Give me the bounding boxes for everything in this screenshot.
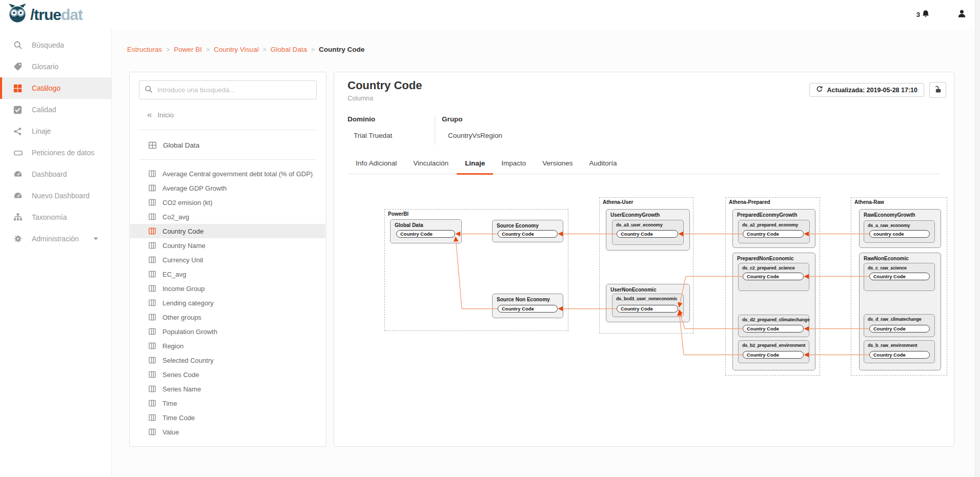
sidebar-item-taxonomia[interactable]: Taxonomía [0, 206, 111, 228]
field-list: Average Central government debt total (%… [130, 167, 325, 439]
sidebar-item-linaje[interactable]: Linaje [0, 120, 111, 142]
notifications-button[interactable]: 3 [916, 9, 930, 20]
owl-logo-icon [7, 3, 28, 27]
user-icon [957, 9, 967, 20]
sidebar-item-calidad[interactable]: Calidad [0, 99, 111, 120]
breadcrumb-link[interactable]: Estructuras [127, 46, 162, 53]
list-item-label: EC_avg [162, 271, 186, 278]
breadcrumb-separator: > [166, 46, 170, 53]
list-item[interactable]: Co2_avg [130, 210, 325, 224]
list-item[interactable]: Country Code [130, 224, 325, 238]
lineage-field-pill-bcd3-user-noneconomic[interactable]: Country Code [617, 305, 678, 313]
parent-structure-item[interactable]: Global Data [148, 135, 199, 155]
column-icon [148, 428, 156, 436]
list-item[interactable]: Selected Country [130, 353, 325, 367]
list-item[interactable]: Time Code [130, 410, 325, 425]
sidebar-item-label: Nuevo Dashboard [32, 192, 90, 200]
lineage-field-pill-b-raw-environment[interactable]: Country Code [869, 351, 930, 359]
sidebar-item-label: Taxonomía [32, 213, 67, 221]
list-item-label: Average GDP Growth [162, 184, 227, 192]
truedat-logo[interactable]: /truedat [7, 3, 83, 27]
list-item[interactable]: Country Name [130, 238, 325, 253]
list-item[interactable]: CO2 emision (kt) [130, 195, 325, 210]
sidebar-item-catalogo[interactable]: Catálogo [0, 77, 111, 99]
sidebar-item-administracion[interactable]: Administración [0, 228, 111, 250]
sidebar-item-nuevo-dashboard[interactable]: Nuevo Dashboard [0, 185, 111, 206]
gauge-icon [13, 191, 24, 201]
search-icon [13, 40, 24, 50]
table-icon [148, 141, 157, 150]
scrollbar[interactable] [975, 0, 980, 477]
breadcrumb-link[interactable]: Country Visual [214, 46, 259, 53]
list-item-label: Country Name [162, 242, 206, 250]
list-item-label: Value [162, 428, 179, 436]
check-icon [13, 105, 24, 115]
list-item-label: Population Growth [162, 328, 217, 336]
structure-search-input[interactable] [157, 86, 311, 94]
list-item[interactable]: Other groups [130, 310, 325, 324]
list-item[interactable]: Average GDP Growth [130, 181, 325, 195]
column-icon [148, 327, 156, 336]
structure-browser-panel: « Inicio Global Data Average Central gov… [129, 72, 326, 447]
sidebar-item-glosario[interactable]: Glosario [0, 56, 111, 77]
sidebar-item-busqueda[interactable]: Búsqueda [0, 34, 111, 56]
column-icon [148, 270, 156, 278]
column-icon [148, 284, 156, 293]
breadcrumb-separator: > [311, 46, 315, 53]
column-icon [148, 342, 156, 350]
list-item[interactable]: Region [130, 339, 325, 353]
column-icon [148, 256, 156, 264]
list-item[interactable]: Average Central government debt total (%… [130, 167, 325, 181]
list-item[interactable]: Series Name [130, 382, 325, 396]
breadcrumb-link[interactable]: Global Data [271, 46, 307, 53]
lineage-field-pill-c-raw-science[interactable]: Country Code [869, 273, 930, 280]
server-icon [13, 148, 24, 158]
lineage-field-pill-a-raw-economy[interactable]: country code [869, 230, 930, 238]
sidebar-item-label: Catálogo [32, 84, 60, 92]
gauge-icon [13, 169, 24, 179]
list-item[interactable]: Value [130, 425, 325, 439]
lineage-field-pill-d-raw-climatechange[interactable]: Country Code [869, 325, 930, 333]
column-icon [148, 413, 156, 422]
list-item-label: Region [162, 342, 183, 350]
main-content: Estructuras>Power BI>Country Visual>Glob… [112, 29, 980, 477]
list-item-label: CO2 emision (kt) [162, 199, 213, 206]
column-icon [148, 356, 156, 364]
lineage-field-pill-d2-prepared-climatechange[interactable]: Country Code [743, 325, 804, 333]
lineage-field-pill-c2-prepared-science[interactable]: Country Code [743, 273, 804, 280]
list-item[interactable]: Time [130, 396, 325, 410]
breadcrumb-separator: > [263, 46, 267, 53]
back-label: Inicio [157, 111, 174, 119]
list-item[interactable]: Income Group [130, 281, 325, 296]
lineage-field-pill-a3-user-economy[interactable]: Country Code [617, 230, 678, 238]
column-icon [148, 241, 156, 250]
list-item-label: Lending category [162, 299, 214, 307]
back-to-home[interactable]: « Inicio [147, 106, 174, 123]
list-item-label: Series Code [162, 371, 199, 379]
list-item-label: Income Group [162, 285, 205, 293]
user-menu-button[interactable] [957, 9, 967, 20]
sidebar-item-peticiones-de-datos[interactable]: Peticiones de datos [0, 142, 111, 163]
lineage-diagram: PowerBIAthena-UserAthena-PreparedAthena-… [334, 72, 954, 446]
gear-icon [13, 234, 24, 244]
lineage-field-pill-global-data[interactable]: Country Code [396, 230, 455, 238]
notification-count: 3 [916, 11, 920, 18]
breadcrumb-link[interactable]: Power BI [174, 46, 202, 53]
sidebar-item-label: Administración [32, 235, 79, 243]
column-icon [148, 313, 156, 321]
list-item-label: Selected Country [162, 357, 214, 364]
bell-icon [921, 9, 930, 20]
lineage-field-pill-source-non-economy[interactable]: Country Code [498, 305, 558, 313]
lineage-field-pill-b2-prepared-environment[interactable]: Country Code [743, 351, 804, 359]
sidebar-item-dashboard[interactable]: Dashboard [0, 163, 111, 185]
lineage-field-pill-a2-prepared-economy[interactable]: Country Code [743, 230, 804, 238]
lineage-field-pill-source-economy[interactable]: Country Code [498, 230, 558, 238]
list-item[interactable]: Currency Unit [130, 253, 325, 267]
list-item-label: Co2_avg [162, 213, 189, 221]
breadcrumb: Estructuras>Power BI>Country Visual>Glob… [127, 46, 364, 53]
list-item[interactable]: Series Code [130, 367, 325, 382]
list-item[interactable]: EC_avg [130, 267, 325, 281]
list-item[interactable]: Population Growth [130, 324, 325, 339]
divider [139, 159, 317, 160]
list-item[interactable]: Lending category [130, 296, 325, 310]
